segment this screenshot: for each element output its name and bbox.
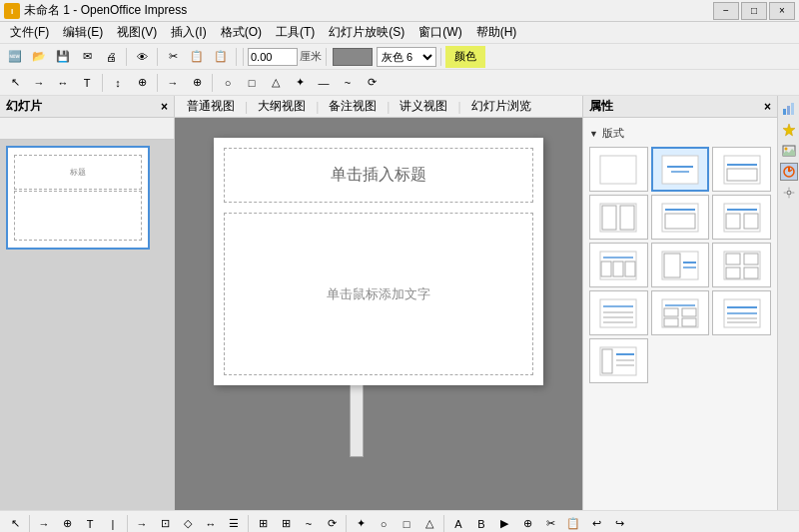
btoolbar-btn-12[interactable]: ~ [298, 513, 320, 533]
btoolbar-btn-7[interactable]: ◇ [177, 513, 199, 533]
sidebar-icon-5[interactable] [780, 184, 798, 202]
btoolbar-btn-11[interactable]: ⊞ [275, 513, 297, 533]
color-box[interactable] [333, 48, 373, 66]
toolbar-btn-4[interactable]: 🖨 [100, 46, 122, 68]
view-tab-0[interactable]: 普通视图 [179, 96, 243, 117]
btoolbar-btn-22[interactable]: ✂ [539, 513, 561, 533]
menu-item[interactable]: 格式(O) [215, 22, 268, 43]
toolbar2-btn-10[interactable]: △ [265, 72, 287, 94]
sidebar-icon-4[interactable] [780, 163, 798, 181]
properties-close[interactable]: × [764, 100, 771, 114]
menu-item[interactable]: 视图(V) [111, 22, 163, 43]
position-input[interactable] [248, 48, 298, 66]
btoolbar-btn-14[interactable]: ✦ [350, 513, 372, 533]
menu-item[interactable]: 文件(F) [4, 22, 55, 43]
window-controls[interactable]: − □ × [713, 2, 795, 20]
layout-item-12[interactable] [589, 338, 648, 383]
btoolbar-btn-1[interactable]: → [33, 513, 55, 533]
layout-item-2[interactable] [712, 147, 771, 192]
layout-item-1[interactable] [651, 147, 710, 192]
close-button[interactable]: × [769, 2, 795, 20]
toolbar2-btn-13[interactable]: ~ [337, 72, 359, 94]
toolbar2-btn-1[interactable]: → [28, 72, 50, 94]
slide-canvas[interactable]: 单击插入标题 单击鼠标添加文字 [214, 138, 543, 385]
btoolbar-btn-15[interactable]: ○ [373, 513, 395, 533]
toolbar2-btn-11[interactable]: ✦ [289, 72, 311, 94]
btoolbar-btn-2[interactable]: ⊕ [56, 513, 78, 533]
layout-item-6[interactable] [589, 243, 648, 287]
toolbar2-btn-3[interactable]: T [76, 72, 98, 94]
btoolbar-btn-17[interactable]: △ [418, 513, 440, 533]
layout-item-8[interactable] [712, 243, 771, 287]
toolbar2-btn-2[interactable]: ↔ [52, 72, 74, 94]
btoolbar-btn-13[interactable]: ⟳ [321, 513, 343, 533]
layout-item-3[interactable] [589, 195, 648, 240]
menu-item[interactable]: 编辑(E) [57, 22, 109, 43]
toolbar-btn-2[interactable]: 💾 [52, 46, 74, 68]
btoolbar-btn-16[interactable]: □ [396, 513, 417, 533]
color-select[interactable]: 灰色 6灰色 4黑色白色 [377, 47, 436, 67]
color-button[interactable]: 颜色 [445, 46, 485, 68]
toolbar-btn-8[interactable]: 📋 [210, 46, 232, 68]
btoolbar-btn-9[interactable]: ☰ [223, 513, 245, 533]
btoolbar-btn-18[interactable]: A [447, 513, 469, 533]
toolbar-btn-0[interactable]: 🆕 [4, 46, 26, 68]
view-tab-4[interactable]: 幻灯片浏览 [463, 96, 539, 117]
menu-item[interactable]: 工具(T) [270, 22, 321, 43]
menu-item[interactable]: 幻灯片放映(S) [323, 22, 410, 43]
toolbar-btn-7[interactable]: 📋 [186, 46, 208, 68]
btoolbar-btn-4[interactable]: | [102, 513, 124, 533]
expand-icon[interactable]: ▼ [589, 129, 598, 139]
menu-item[interactable]: 帮助(H) [470, 22, 523, 43]
btoolbar-btn-21[interactable]: ⊕ [516, 513, 538, 533]
toolbar-btn-5[interactable]: 👁 [131, 46, 153, 68]
layout-item-4[interactable] [651, 195, 710, 240]
slides-panel-close[interactable]: × [161, 100, 168, 114]
view-tab-1[interactable]: 大纲视图 [250, 96, 314, 117]
toolbar2-btn-4[interactable]: ↕ [107, 72, 129, 94]
toolbar2-btn-0[interactable]: ↖ [4, 72, 26, 94]
toolbar2-btn-12[interactable]: — [313, 72, 335, 94]
toolbar2-btn-14[interactable]: ⟳ [361, 72, 383, 94]
btoolbar-btn-6[interactable]: ⊡ [154, 513, 176, 533]
slide-thumbnail[interactable]: 标题 [6, 146, 150, 250]
btoolbar-btn-25[interactable]: ↪ [608, 513, 630, 533]
sidebar-icon-2[interactable] [780, 121, 798, 139]
toolbar-btn-1[interactable]: 📂 [28, 46, 50, 68]
layout-item-7[interactable] [651, 243, 710, 287]
layout-item-10[interactable] [651, 290, 710, 335]
btoolbar-btn-3[interactable]: T [79, 513, 101, 533]
layout-item-5[interactable] [712, 195, 771, 240]
btoolbar-btn-8[interactable]: ↔ [200, 513, 222, 533]
btoolbar-btn-0[interactable]: ↖ [4, 513, 26, 533]
sidebar-icon-1[interactable] [780, 100, 798, 118]
slide-title-area[interactable]: 单击插入标题 [224, 148, 533, 203]
view-tab-2[interactable]: 备注视图 [321, 96, 385, 117]
slides-content[interactable]: 1 标题 [0, 140, 174, 510]
sidebar-icon-3[interactable] [780, 142, 798, 160]
layout-item-11[interactable] [712, 290, 771, 335]
view-tab-3[interactable]: 讲义视图 [392, 96, 455, 117]
menu-item[interactable]: 窗口(W) [412, 22, 467, 43]
toolbar2-btn-8[interactable]: ○ [217, 72, 239, 94]
toolbar-btn-3[interactable]: ✉ [76, 46, 98, 68]
toolbar2-btn-7[interactable]: ⊕ [186, 72, 208, 94]
toolbar2-sep [157, 74, 158, 92]
btoolbar-btn-19[interactable]: B [470, 513, 492, 533]
slide-content-area[interactable]: 单击鼠标添加文字 [224, 213, 533, 375]
btoolbar-btn-24[interactable]: ↩ [585, 513, 607, 533]
btoolbar-btn-20[interactable]: ▶ [493, 513, 515, 533]
layout-item-0[interactable] [589, 147, 648, 192]
minimize-button[interactable]: − [713, 2, 739, 20]
btoolbar-btn-10[interactable]: ⊞ [252, 513, 274, 533]
btoolbar-btn-23[interactable]: 📋 [562, 513, 584, 533]
toolbar2-btn-9[interactable]: □ [241, 72, 263, 94]
toolbar2-btn-5[interactable]: ⊕ [131, 72, 153, 94]
btoolbar-btn-5[interactable]: → [131, 513, 153, 533]
maximize-button[interactable]: □ [741, 2, 767, 20]
menu-item[interactable]: 插入(I) [165, 22, 212, 43]
toolbar-btn-6[interactable]: ✂ [162, 46, 184, 68]
layout-item-9[interactable] [589, 290, 648, 335]
canvas-area[interactable]: A4 单击插入标题 单击鼠标添加文字 [175, 118, 582, 510]
toolbar2-btn-6[interactable]: → [162, 72, 184, 94]
